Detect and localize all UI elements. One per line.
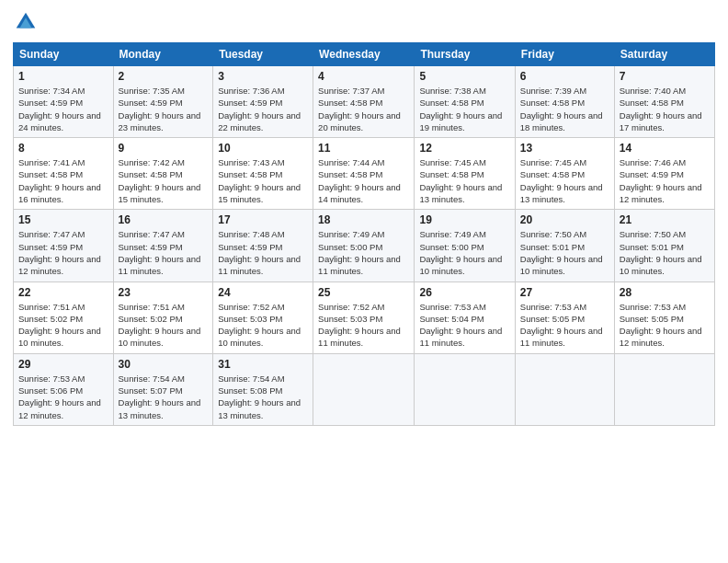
day-number: 9 bbox=[119, 142, 209, 155]
calendar-cell: 30 Sunrise: 7:54 AMSunset: 5:07 PMDaylig… bbox=[113, 353, 213, 425]
day-info: Sunrise: 7:40 AMSunset: 4:58 PMDaylight:… bbox=[620, 86, 702, 132]
calendar-cell: 2 Sunrise: 7:35 AMSunset: 4:59 PMDayligh… bbox=[113, 66, 213, 138]
header-day-tuesday: Tuesday bbox=[213, 43, 313, 66]
day-number: 10 bbox=[218, 142, 308, 155]
calendar-cell: 5 Sunrise: 7:38 AMSunset: 4:58 PMDayligh… bbox=[415, 66, 515, 138]
day-number: 17 bbox=[218, 213, 308, 226]
day-number: 22 bbox=[18, 286, 108, 299]
day-number: 26 bbox=[419, 286, 509, 299]
day-number: 27 bbox=[520, 286, 609, 299]
day-number: 7 bbox=[620, 70, 710, 83]
calendar-cell: 14 Sunrise: 7:46 AMSunset: 4:59 PMDaylig… bbox=[614, 138, 714, 210]
day-info: Sunrise: 7:50 AMSunset: 5:01 PMDaylight:… bbox=[620, 229, 702, 276]
day-number: 30 bbox=[119, 358, 209, 371]
week-row-1: 1 Sunrise: 7:34 AMSunset: 4:59 PMDayligh… bbox=[14, 66, 715, 138]
day-number: 28 bbox=[620, 286, 710, 299]
calendar-table: SundayMondayTuesdayWednesdayThursdayFrid… bbox=[13, 42, 715, 426]
calendar-cell bbox=[614, 353, 714, 425]
calendar-cell: 11 Sunrise: 7:44 AMSunset: 4:58 PMDaylig… bbox=[313, 138, 415, 210]
calendar-cell bbox=[313, 353, 415, 425]
header-day-saturday: Saturday bbox=[614, 43, 714, 66]
day-info: Sunrise: 7:49 AMSunset: 5:00 PMDaylight:… bbox=[318, 229, 401, 276]
day-number: 20 bbox=[520, 213, 609, 226]
logo-icon bbox=[13, 9, 39, 35]
day-number: 23 bbox=[119, 286, 209, 299]
calendar-cell: 15 Sunrise: 7:47 AMSunset: 4:59 PMDaylig… bbox=[14, 210, 114, 282]
day-number: 29 bbox=[18, 358, 108, 371]
day-info: Sunrise: 7:35 AMSunset: 4:59 PMDaylight:… bbox=[119, 86, 201, 132]
calendar-cell: 6 Sunrise: 7:39 AMSunset: 4:58 PMDayligh… bbox=[515, 66, 614, 138]
day-info: Sunrise: 7:38 AMSunset: 4:58 PMDaylight:… bbox=[419, 86, 502, 132]
header-day-monday: Monday bbox=[113, 43, 213, 66]
calendar-cell: 27 Sunrise: 7:53 AMSunset: 5:05 PMDaylig… bbox=[515, 282, 614, 353]
day-info: Sunrise: 7:53 AMSunset: 5:04 PMDaylight:… bbox=[419, 302, 502, 349]
day-info: Sunrise: 7:45 AMSunset: 4:58 PMDaylight:… bbox=[520, 157, 603, 204]
calendar-cell: 10 Sunrise: 7:43 AMSunset: 4:58 PMDaylig… bbox=[213, 138, 313, 210]
day-info: Sunrise: 7:36 AMSunset: 4:59 PMDaylight:… bbox=[218, 86, 301, 132]
header-day-thursday: Thursday bbox=[415, 43, 515, 66]
calendar-cell: 31 Sunrise: 7:54 AMSunset: 5:08 PMDaylig… bbox=[213, 353, 313, 425]
calendar-cell: 20 Sunrise: 7:50 AMSunset: 5:01 PMDaylig… bbox=[515, 210, 614, 282]
calendar-cell bbox=[515, 353, 614, 425]
day-info: Sunrise: 7:46 AMSunset: 4:59 PMDaylight:… bbox=[620, 157, 702, 204]
day-info: Sunrise: 7:44 AMSunset: 4:58 PMDaylight:… bbox=[318, 157, 401, 204]
calendar-cell: 17 Sunrise: 7:48 AMSunset: 4:59 PMDaylig… bbox=[213, 210, 313, 282]
day-info: Sunrise: 7:53 AMSunset: 5:05 PMDaylight:… bbox=[520, 302, 603, 349]
calendar-cell: 25 Sunrise: 7:52 AMSunset: 5:03 PMDaylig… bbox=[313, 282, 415, 353]
day-info: Sunrise: 7:48 AMSunset: 4:59 PMDaylight:… bbox=[218, 229, 301, 276]
calendar-cell: 9 Sunrise: 7:42 AMSunset: 4:58 PMDayligh… bbox=[113, 138, 213, 210]
calendar-cell: 28 Sunrise: 7:53 AMSunset: 5:05 PMDaylig… bbox=[614, 282, 714, 353]
page-container: SundayMondayTuesdayWednesdayThursdayFrid… bbox=[0, 0, 728, 563]
calendar-cell: 24 Sunrise: 7:52 AMSunset: 5:03 PMDaylig… bbox=[213, 282, 313, 353]
day-info: Sunrise: 7:51 AMSunset: 5:02 PMDaylight:… bbox=[119, 302, 201, 349]
day-number: 8 bbox=[18, 142, 108, 155]
day-number: 31 bbox=[218, 358, 308, 371]
day-number: 16 bbox=[119, 213, 209, 226]
calendar-cell: 13 Sunrise: 7:45 AMSunset: 4:58 PMDaylig… bbox=[515, 138, 614, 210]
calendar-cell: 23 Sunrise: 7:51 AMSunset: 5:02 PMDaylig… bbox=[113, 282, 213, 353]
day-info: Sunrise: 7:54 AMSunset: 5:07 PMDaylight:… bbox=[119, 373, 201, 420]
day-number: 19 bbox=[419, 213, 509, 226]
day-info: Sunrise: 7:47 AMSunset: 4:59 PMDaylight:… bbox=[119, 229, 201, 276]
day-number: 18 bbox=[318, 213, 409, 226]
day-info: Sunrise: 7:39 AMSunset: 4:58 PMDaylight:… bbox=[520, 86, 603, 132]
day-number: 2 bbox=[119, 70, 209, 83]
day-number: 24 bbox=[218, 286, 308, 299]
header-day-friday: Friday bbox=[515, 43, 614, 66]
day-number: 4 bbox=[318, 70, 409, 83]
day-number: 1 bbox=[18, 70, 108, 83]
calendar-cell: 12 Sunrise: 7:45 AMSunset: 4:58 PMDaylig… bbox=[415, 138, 515, 210]
day-info: Sunrise: 7:51 AMSunset: 5:02 PMDaylight:… bbox=[18, 302, 101, 349]
logo bbox=[13, 9, 42, 35]
calendar-cell: 22 Sunrise: 7:51 AMSunset: 5:02 PMDaylig… bbox=[14, 282, 114, 353]
day-info: Sunrise: 7:45 AMSunset: 4:58 PMDaylight:… bbox=[419, 157, 502, 204]
calendar-cell: 18 Sunrise: 7:49 AMSunset: 5:00 PMDaylig… bbox=[313, 210, 415, 282]
header-day-sunday: Sunday bbox=[14, 43, 114, 66]
day-info: Sunrise: 7:53 AMSunset: 5:06 PMDaylight:… bbox=[18, 373, 101, 420]
calendar-cell: 4 Sunrise: 7:37 AMSunset: 4:58 PMDayligh… bbox=[313, 66, 415, 138]
day-info: Sunrise: 7:37 AMSunset: 4:58 PMDaylight:… bbox=[318, 86, 401, 132]
week-row-5: 29 Sunrise: 7:53 AMSunset: 5:06 PMDaylig… bbox=[14, 353, 715, 425]
calendar-cell: 1 Sunrise: 7:34 AMSunset: 4:59 PMDayligh… bbox=[14, 66, 114, 138]
day-number: 21 bbox=[620, 213, 710, 226]
calendar-cell: 21 Sunrise: 7:50 AMSunset: 5:01 PMDaylig… bbox=[614, 210, 714, 282]
day-number: 3 bbox=[218, 70, 308, 83]
day-number: 6 bbox=[520, 70, 609, 83]
calendar-cell: 29 Sunrise: 7:53 AMSunset: 5:06 PMDaylig… bbox=[14, 353, 114, 425]
day-number: 11 bbox=[318, 142, 409, 155]
day-info: Sunrise: 7:50 AMSunset: 5:01 PMDaylight:… bbox=[520, 229, 603, 276]
week-row-2: 8 Sunrise: 7:41 AMSunset: 4:58 PMDayligh… bbox=[14, 138, 715, 210]
day-info: Sunrise: 7:49 AMSunset: 5:00 PMDaylight:… bbox=[419, 229, 502, 276]
day-info: Sunrise: 7:52 AMSunset: 5:03 PMDaylight:… bbox=[318, 302, 401, 349]
day-info: Sunrise: 7:54 AMSunset: 5:08 PMDaylight:… bbox=[218, 373, 301, 420]
page-header bbox=[13, 9, 715, 35]
header-day-wednesday: Wednesday bbox=[313, 43, 415, 66]
day-number: 5 bbox=[419, 70, 509, 83]
day-info: Sunrise: 7:47 AMSunset: 4:59 PMDaylight:… bbox=[18, 229, 101, 276]
day-info: Sunrise: 7:42 AMSunset: 4:58 PMDaylight:… bbox=[119, 157, 201, 204]
day-number: 25 bbox=[318, 286, 409, 299]
calendar-cell: 19 Sunrise: 7:49 AMSunset: 5:00 PMDaylig… bbox=[415, 210, 515, 282]
day-number: 13 bbox=[520, 142, 609, 155]
day-number: 14 bbox=[620, 142, 710, 155]
day-info: Sunrise: 7:34 AMSunset: 4:59 PMDaylight:… bbox=[18, 86, 101, 132]
